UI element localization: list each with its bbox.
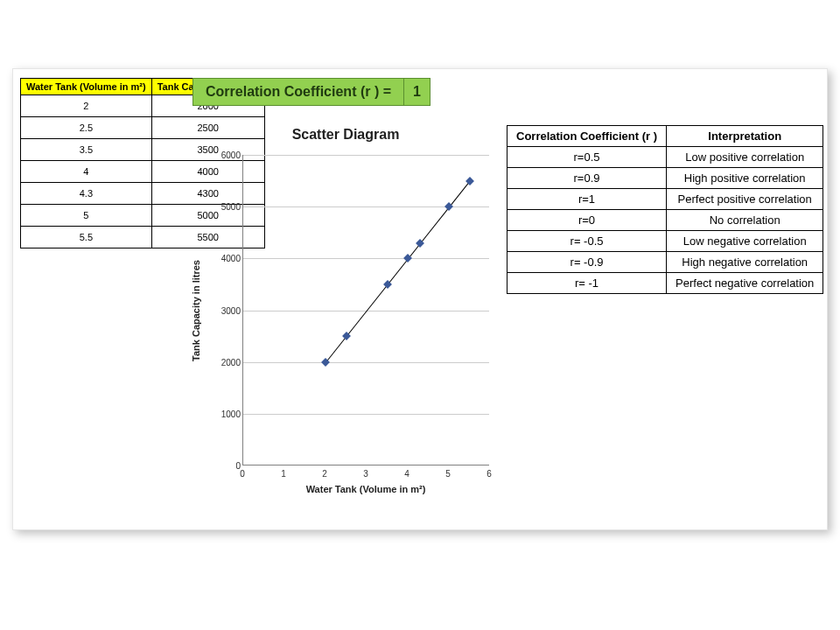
y-tick-label: 5000 <box>211 202 241 212</box>
table-row: r=0.5Low positive correlation <box>508 147 823 168</box>
y-tick-label: 2000 <box>211 357 241 367</box>
table-row: r=1Perfect positive correlation <box>508 189 823 210</box>
gridline <box>243 362 489 363</box>
table-cell[interactable]: High negative correlation <box>667 252 823 273</box>
x-axis-label: Water Tank (Volume in m²) <box>242 484 489 494</box>
table-cell[interactable]: Perfect positive correlation <box>667 189 823 210</box>
interp-header-0: Correlation Coefficient (r ) <box>508 126 667 147</box>
table-cell[interactable]: 4.3 <box>21 183 152 205</box>
interp-header-1: Interpretation <box>667 126 823 147</box>
x-tick-label: 2 <box>316 469 333 479</box>
correlation-label: Correlation Coefficient (r ) = <box>192 78 404 106</box>
table-cell[interactable]: r= -1 <box>508 273 667 294</box>
table-cell[interactable]: 4 <box>21 161 152 183</box>
scatter-chart: Scatter Diagram Tank Capacity in litres … <box>188 118 503 526</box>
table-cell[interactable]: High positive correlation <box>667 168 823 189</box>
table-row: r= -1Perfect negative correlation <box>508 273 823 294</box>
plot-area <box>242 155 489 466</box>
correlation-result-box: Correlation Coefficient (r ) = 1 <box>192 78 430 106</box>
table-row: r= -0.5Low negative correlation <box>508 231 823 252</box>
x-tick-label: 4 <box>398 469 416 479</box>
table-cell[interactable]: r= -0.9 <box>508 252 667 273</box>
correlation-value: 1 <box>403 78 430 106</box>
chart-title: Scatter Diagram <box>188 127 503 143</box>
table-cell[interactable]: r=0 <box>508 210 667 231</box>
y-tick-label: 6000 <box>211 150 241 160</box>
table-cell[interactable]: Low negative correlation <box>667 231 823 252</box>
interpretation-table: Correlation Coefficient (r ) Interpretat… <box>507 125 823 294</box>
spreadsheet-sheet: Water Tank (Volume in m²) Tank Capacity … <box>12 68 828 530</box>
table-cell[interactable]: r=0.5 <box>508 147 667 168</box>
table-cell[interactable]: 5.5 <box>21 227 152 248</box>
table-cell[interactable]: 3.5 <box>21 139 152 161</box>
y-tick-label: 1000 <box>211 409 241 418</box>
x-tick-label: 6 <box>480 469 498 479</box>
table-row: r= -0.9High negative correlation <box>508 252 823 273</box>
x-tick-label: 5 <box>439 469 457 479</box>
gridline <box>243 414 489 415</box>
table-cell[interactable]: r= -0.5 <box>508 231 667 252</box>
table-cell[interactable]: Perfect negative correlation <box>667 273 823 294</box>
table-cell[interactable]: 2 <box>21 95 152 117</box>
x-tick-label: 1 <box>275 469 292 479</box>
table-cell[interactable]: r=0.9 <box>508 168 667 189</box>
table-row: r=0No correlation <box>508 210 823 231</box>
gridline <box>243 258 489 259</box>
table-cell[interactable]: 5 <box>21 205 152 227</box>
y-tick-label: 3000 <box>211 305 241 315</box>
table-cell[interactable]: No correlation <box>667 210 823 231</box>
x-tick-label: 0 <box>234 469 251 479</box>
x-tick-label: 3 <box>357 469 374 479</box>
data-table-header-0: Water Tank (Volume in m²) <box>21 79 152 95</box>
y-tick-label: 4000 <box>211 254 241 263</box>
table-row: r=0.9High positive correlation <box>508 168 823 189</box>
gridline <box>243 155 489 156</box>
table-cell[interactable]: 2.5 <box>21 117 152 139</box>
y-axis-label: Tank Capacity in litres <box>190 155 202 466</box>
table-cell[interactable]: Low positive correlation <box>667 147 823 168</box>
table-cell[interactable]: r=1 <box>508 189 667 210</box>
